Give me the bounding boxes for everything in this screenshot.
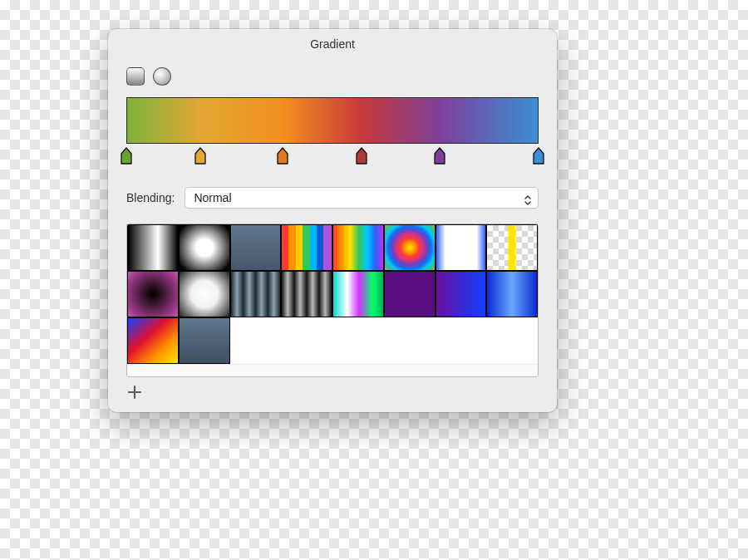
preset-purple-blue[interactable]: [436, 271, 487, 317]
preset-rainbow-smooth[interactable]: [332, 224, 384, 271]
blending-select[interactable]: Normal: [185, 187, 539, 209]
preset-steel-flat-2[interactable]: [179, 317, 230, 364]
preset-rainbow-radial[interactable]: [384, 224, 436, 271]
plus-icon: [126, 384, 143, 400]
gradient-stop[interactable]: [121, 147, 132, 165]
preset-blue-glow[interactable]: [486, 271, 538, 317]
preset-purple-flat[interactable]: [384, 271, 436, 317]
preset-steel-flat[interactable]: [230, 224, 282, 271]
preset-steel-ribs-1[interactable]: [230, 271, 282, 317]
presets-scrollbar[interactable]: [127, 364, 538, 376]
add-gradient-button[interactable]: [126, 384, 143, 400]
gradient-panel: Gradient Blending: Normal: [108, 29, 557, 412]
preset-grey-ribs[interactable]: [281, 271, 332, 317]
gradient-presets-box: [126, 224, 539, 377]
gradient-presets-grid: [127, 224, 538, 364]
panel-content: Blending: Normal: [108, 67, 557, 400]
gradient-type-radial-button[interactable]: [153, 67, 171, 86]
add-row: [126, 384, 539, 400]
blending-row: Blending: Normal: [126, 187, 539, 209]
preset-black-white-linear[interactable]: [127, 224, 179, 271]
gradient-stops-track[interactable]: [126, 147, 539, 167]
blending-value: Normal: [194, 191, 231, 204]
gradient-stop[interactable]: [434, 147, 445, 165]
preset-white-radial[interactable]: [179, 224, 230, 271]
gradient-stop[interactable]: [533, 147, 544, 165]
preset-blue-edge[interactable]: [436, 224, 487, 271]
select-arrows-icon: [524, 192, 531, 204]
gradient-preview-bar[interactable]: [126, 97, 539, 144]
preset-rainbow-stripe[interactable]: [281, 224, 332, 271]
blending-label: Blending:: [126, 191, 175, 204]
preset-white-radial-dark[interactable]: [179, 271, 230, 317]
preset-yellow-stripe[interactable]: [486, 224, 538, 271]
panel-title: Gradient: [108, 29, 557, 67]
gradient-type-linear-button[interactable]: [126, 67, 145, 86]
gradient-type-row: [126, 67, 539, 86]
gradient-stop[interactable]: [356, 147, 367, 165]
gradient-stop[interactable]: [277, 147, 288, 165]
preset-blue-red-gold[interactable]: [127, 317, 179, 364]
preset-magenta-black-radial[interactable]: [127, 271, 179, 317]
gradient-stop[interactable]: [194, 147, 206, 165]
preset-cyan-magenta-green[interactable]: [332, 271, 384, 317]
